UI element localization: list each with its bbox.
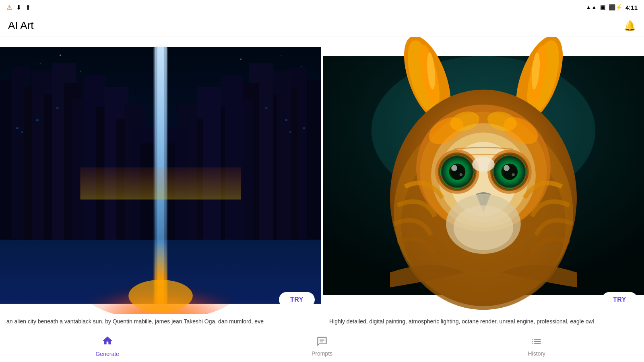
app-header: AI Art 🔔 xyxy=(0,14,644,37)
download-status-icon: ⬇ xyxy=(16,4,21,11)
nav-item-prompts[interactable]: Prompts xyxy=(215,333,429,360)
svg-point-88 xyxy=(472,157,495,172)
svg-point-90 xyxy=(454,205,513,250)
prompts-nav-label: Prompts xyxy=(312,350,332,357)
svg-rect-45 xyxy=(21,131,23,133)
wifi-icon: ▲▲ xyxy=(586,4,597,10)
nav-item-generate[interactable]: Generate xyxy=(0,332,215,360)
svg-point-7 xyxy=(281,55,281,56)
city-artwork xyxy=(0,37,321,314)
city-try-button[interactable]: TRY xyxy=(279,292,315,307)
svg-point-76 xyxy=(460,173,462,176)
battery-icon: ⬛⚡ xyxy=(609,4,622,10)
svg-rect-49 xyxy=(289,131,291,133)
alert-status-icon: ⚠ xyxy=(6,4,12,11)
status-bar: ⚠ ⬇ ⬆ ▲▲ ▣ ⬛⚡ 4:11 xyxy=(0,0,644,14)
svg-point-42 xyxy=(128,280,193,312)
svg-rect-47 xyxy=(56,107,59,109)
owl-image-wrapper: TRY xyxy=(323,37,644,314)
owl-image-card: TRY Highly detailed, digital painting, a… xyxy=(323,37,644,330)
bottom-navigation: Generate Prompts History xyxy=(0,330,644,362)
city-image-caption: an alien city beneath a vantablack sun, … xyxy=(0,314,321,330)
svg-rect-48 xyxy=(303,128,305,129)
svg-rect-44 xyxy=(16,128,19,129)
svg-point-84 xyxy=(504,165,510,171)
status-bar-left: ⚠ ⬇ ⬆ xyxy=(6,4,31,11)
svg-rect-50 xyxy=(285,119,287,121)
app-title: AI Art xyxy=(8,19,34,32)
time-display: 4:11 xyxy=(625,4,638,11)
svg-point-1 xyxy=(40,63,41,64)
history-nav-label: History xyxy=(528,350,546,357)
generate-nav-label: Generate xyxy=(95,351,119,357)
owl-image-caption: Highly detailed, digital painting, atmos… xyxy=(323,314,644,330)
svg-point-75 xyxy=(451,165,457,171)
nav-item-history[interactable]: History xyxy=(429,333,644,360)
svg-point-2 xyxy=(60,54,61,56)
home-icon xyxy=(102,335,113,349)
city-image-wrapper: TRY xyxy=(0,37,321,314)
signal-icon: ▣ xyxy=(600,4,605,10)
chat-icon xyxy=(316,336,328,349)
svg-point-5 xyxy=(240,58,242,60)
owl-try-button[interactable]: TRY xyxy=(602,292,638,307)
svg-rect-46 xyxy=(36,119,39,121)
city-image-card: TRY an alien city beneath a vantablack s… xyxy=(0,37,321,330)
svg-point-85 xyxy=(512,173,515,176)
owl-artwork xyxy=(323,37,644,314)
svg-rect-43 xyxy=(80,167,241,200)
update-status-icon: ⬆ xyxy=(25,4,31,11)
svg-rect-51 xyxy=(265,107,267,109)
main-content: TRY an alien city beneath a vantablack s… xyxy=(0,37,644,330)
list-icon xyxy=(531,336,542,349)
images-grid: TRY an alien city beneath a vantablack s… xyxy=(0,37,644,330)
status-bar-right: ▲▲ ▣ ⬛⚡ 4:11 xyxy=(586,4,638,11)
svg-point-3 xyxy=(80,71,81,72)
notification-bell-icon[interactable]: 🔔 xyxy=(624,20,636,31)
